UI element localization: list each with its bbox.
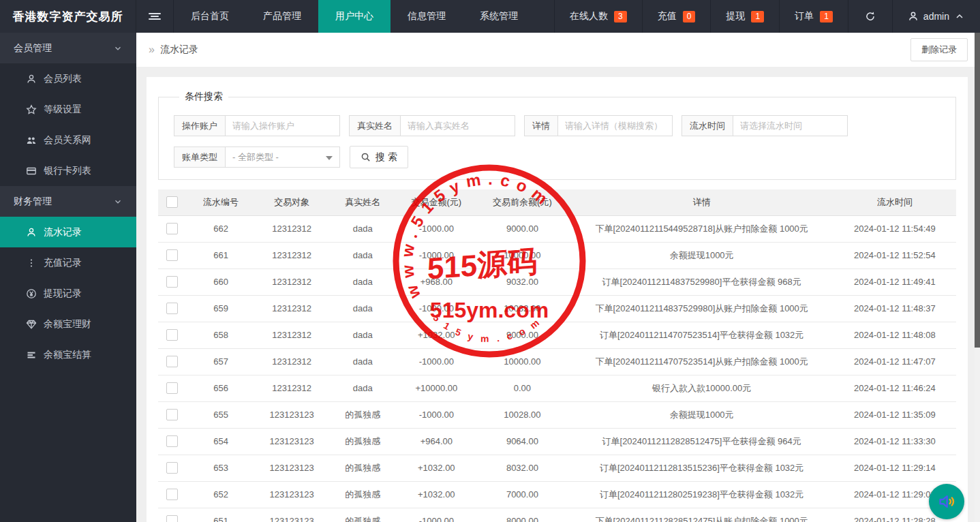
top-nav-item[interactable]: 用户中心 [318,0,391,33]
topbar-stat-item[interactable]: 在线人数 3 [554,0,642,33]
section-label: 会员管理 [14,42,52,55]
search-input[interactable] [733,115,848,136]
row-checkbox[interactable] [166,435,178,447]
field-label: 账单类型 [174,147,225,168]
cell-trade-target: 123123123 [256,481,327,508]
cell-flow-id: 651 [185,508,256,522]
row-checkbox[interactable] [166,462,178,474]
row-select-cell [158,268,185,295]
stat-label: 在线人数 [570,10,608,22]
row-checkbox[interactable] [166,515,178,522]
row-checkbox[interactable] [166,303,178,314]
breadcrumb-icon: » [149,44,155,56]
row-checkbox[interactable] [166,356,178,367]
cell-trade-target: 123123123 [256,508,327,522]
column-header: 流水时间 [833,189,956,215]
cell-real-name: dada [327,242,398,268]
sidebar-item[interactable]: 充值记录 [0,247,136,278]
top-nav-item[interactable]: 系统管理 [463,0,535,33]
cell-detail: 下单[20240112114837529980]从账户扣除金额 1000元 [570,295,833,322]
bill-type-group: 账单类型 - 全部类型 - [174,147,340,168]
user-icon [26,227,37,238]
search-icon [361,152,371,162]
row-select-cell [158,455,185,481]
cell-real-name: 的孤独感 [327,401,398,428]
sidebar-item-label: 充值记录 [44,257,82,269]
row-checkbox[interactable] [166,409,178,420]
sound-toggle-button[interactable] [929,484,964,519]
top-nav-item[interactable]: 后台首页 [174,0,246,33]
user-menu[interactable]: admin [892,0,980,33]
bill-type-value: - 全部类型 - [232,151,279,164]
sidebar-item-label: 余额宝理财 [44,318,91,331]
sidebar-item[interactable]: 余额宝理财 [0,309,136,339]
sidebar-section-member[interactable]: 会员管理 [0,33,136,63]
cell-amount: +968.00 [398,268,474,295]
scrollbar-thumb[interactable] [975,33,980,348]
cell-amount: +1032.00 [398,322,474,348]
row-select-cell [158,508,185,522]
cell-trade-target: 123123123 [256,401,327,428]
top-nav-item[interactable]: 产品管理 [246,0,318,33]
cell-detail: 订单[20240112114837529980]平仓获得金额 968元 [570,268,833,295]
cell-flow-id: 662 [185,215,256,242]
cell-amount: +1032.00 [398,481,474,508]
cell-real-name: dada [327,375,398,401]
cell-balance-before: 10000.00 [474,348,570,375]
chevron-up-icon [954,11,965,22]
row-checkbox[interactable] [166,276,178,288]
cell-balance-before: 9064.00 [474,428,570,455]
cell-detail: 下单[20240112115449528718]从账户扣除金额 1000元 [570,215,833,242]
sidebar-item[interactable]: 流水记录 [0,217,136,247]
table-row: 651 123123123 的孤独感 -1000.00 8000.00 下单[2… [158,508,956,522]
row-checkbox[interactable] [166,329,178,341]
content: 条件搜索 操作账户 真实姓名 [136,67,980,522]
topbar-stat-item[interactable]: 提现 1 [710,0,779,33]
sidebar-item[interactable]: 提现记录 [0,278,136,309]
sidebar-item[interactable]: 银行卡列表 [0,155,136,186]
cell-amount: -1000.00 [398,215,474,242]
select-all-checkbox[interactable] [166,196,178,208]
topbar-stat-item[interactable]: 充值 0 [642,0,711,33]
cell-flow-time: 2024-01-12 11:54:49 [833,215,956,242]
sidebar-item[interactable]: 会员关系网 [0,125,136,155]
row-checkbox[interactable] [166,249,178,261]
cell-balance-before: 0.00 [474,375,570,401]
field-label: 流水时间 [682,115,733,136]
breadcrumb-bar: » 流水记录 删除记录 [136,33,980,67]
cell-flow-id: 659 [185,295,256,322]
search-button[interactable]: 搜 索 [350,146,408,168]
delete-records-button[interactable]: 删除记录 [910,38,968,61]
top-nav-item[interactable]: 信息管理 [391,0,463,33]
hamburger-icon [149,12,161,21]
sidebar-item[interactable]: 余额宝结算 [0,339,136,370]
cell-amount: +1032.00 [398,455,474,481]
sidebar-item-label: 银行卡列表 [44,165,91,177]
refresh-button[interactable] [848,0,892,33]
row-checkbox[interactable] [166,223,178,234]
cell-detail: 余额提现1000元 [570,401,833,428]
search-input[interactable] [400,115,515,136]
cell-balance-before: 7000.00 [474,481,570,508]
sidebar-item[interactable]: 等级设置 [0,94,136,125]
table-head: 流水编号交易对象真实姓名交易金额(元)交易前余额(元)详情流水时间 [158,189,956,215]
topbar-stat-item[interactable]: 订单 1 [779,0,848,33]
table-row: 653 123123123 的孤独感 +1032.00 8032.00 订单[2… [158,455,956,481]
row-checkbox[interactable] [166,382,178,394]
bill-type-select[interactable]: - 全部类型 - [225,147,340,168]
sidebar-item[interactable]: 会员列表 [0,63,136,94]
stat-label: 充值 [658,10,677,22]
breadcrumb: 流水记录 [160,44,198,56]
search-input[interactable] [557,115,673,136]
table-row: 656 12312312 dada +10000.00 0.00 银行入款入款1… [158,375,956,401]
menu-toggle-button[interactable] [136,0,174,33]
sidebar-section-finance[interactable]: 财务管理 [0,186,136,217]
sidebar-item-label: 会员列表 [44,73,82,85]
topbar-right: 在线人数 3 充值 0 提现 1 订单 1 [554,0,980,33]
table-row: 652 123123123 的孤独感 +1032.00 7000.00 订单[2… [158,481,956,508]
user-icon [26,74,37,85]
search-input[interactable] [225,115,340,136]
row-checkbox[interactable] [166,489,178,500]
table-header-row: 流水编号交易对象真实姓名交易金额(元)交易前余额(元)详情流水时间 [158,189,956,215]
table-row: 657 12312312 dada -1000.00 10000.00 下单[2… [158,348,956,375]
